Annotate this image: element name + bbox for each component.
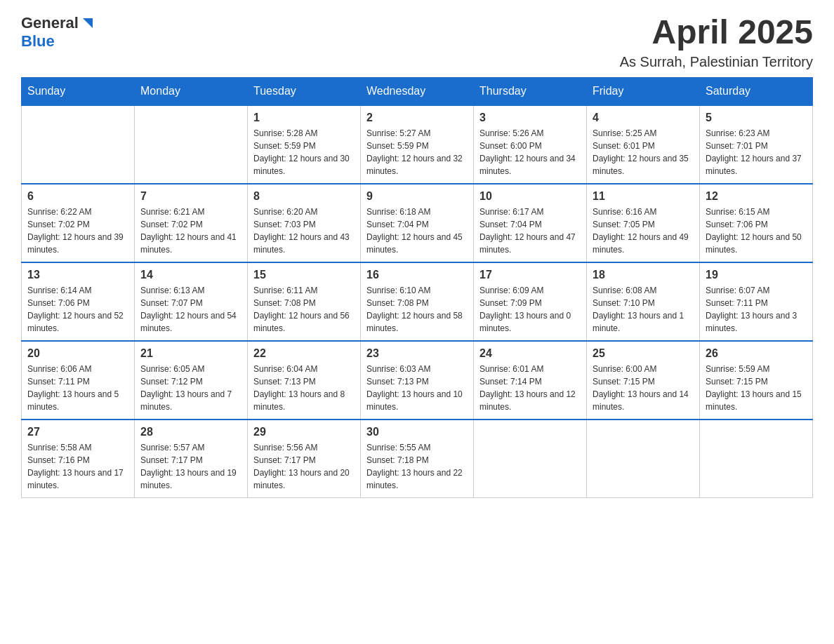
day-info: Sunrise: 6:13 AMSunset: 7:07 PMDaylight:… <box>140 284 241 335</box>
weekday-header-wednesday: Wednesday <box>361 77 474 105</box>
day-number: 27 <box>27 426 128 438</box>
logo-blue-text: Blue <box>21 32 55 51</box>
title-section: April 2025 As Surrah, Palestinian Territ… <box>620 14 813 70</box>
calendar-cell: 7Sunrise: 6:21 AMSunset: 7:02 PMDaylight… <box>135 184 248 262</box>
day-number: 26 <box>706 347 807 360</box>
day-number: 7 <box>140 190 241 203</box>
calendar-table: SundayMondayTuesdayWednesdayThursdayFrid… <box>21 77 813 498</box>
day-info: Sunrise: 6:18 AMSunset: 7:04 PMDaylight:… <box>366 206 468 256</box>
day-info: Sunrise: 5:28 AMSunset: 5:59 PMDaylight:… <box>253 127 355 177</box>
day-info: Sunrise: 6:10 AMSunset: 7:08 PMDaylight:… <box>366 284 468 335</box>
day-info: Sunrise: 6:14 AMSunset: 7:06 PMDaylight:… <box>27 284 128 335</box>
calendar-cell: 19Sunrise: 6:07 AMSunset: 7:11 PMDayligh… <box>700 262 813 341</box>
day-number: 30 <box>366 426 468 438</box>
calendar-week-row: 6Sunrise: 6:22 AMSunset: 7:02 PMDaylight… <box>22 184 813 262</box>
calendar-cell: 9Sunrise: 6:18 AMSunset: 7:04 PMDaylight… <box>361 184 474 262</box>
calendar-cell <box>474 420 587 498</box>
calendar-cell <box>587 420 700 498</box>
logo-general-text: General <box>21 14 79 32</box>
day-number: 28 <box>140 426 241 438</box>
day-info: Sunrise: 6:01 AMSunset: 7:14 PMDaylight:… <box>479 363 581 413</box>
day-number: 13 <box>27 269 128 281</box>
day-number: 1 <box>253 112 355 124</box>
day-number: 3 <box>479 112 581 124</box>
day-number: 10 <box>479 190 581 203</box>
calendar-cell: 3Sunrise: 5:26 AMSunset: 6:00 PMDaylight… <box>474 105 587 184</box>
day-info: Sunrise: 6:06 AMSunset: 7:11 PMDaylight:… <box>27 363 128 413</box>
calendar-cell: 8Sunrise: 6:20 AMSunset: 7:03 PMDaylight… <box>248 184 361 262</box>
calendar-header-row: SundayMondayTuesdayWednesdayThursdayFrid… <box>22 77 813 105</box>
weekday-header-tuesday: Tuesday <box>248 77 361 105</box>
calendar-cell: 25Sunrise: 6:00 AMSunset: 7:15 PMDayligh… <box>587 341 700 420</box>
calendar-cell <box>135 105 248 184</box>
day-info: Sunrise: 6:07 AMSunset: 7:11 PMDaylight:… <box>706 284 807 335</box>
calendar-week-row: 1Sunrise: 5:28 AMSunset: 5:59 PMDaylight… <box>22 105 813 184</box>
calendar-cell: 15Sunrise: 6:11 AMSunset: 7:08 PMDayligh… <box>248 262 361 341</box>
calendar-cell: 18Sunrise: 6:08 AMSunset: 7:10 PMDayligh… <box>587 262 700 341</box>
calendar-cell: 28Sunrise: 5:57 AMSunset: 7:17 PMDayligh… <box>135 420 248 498</box>
calendar-cell: 16Sunrise: 6:10 AMSunset: 7:08 PMDayligh… <box>361 262 474 341</box>
weekday-header-sunday: Sunday <box>22 77 135 105</box>
day-number: 14 <box>140 269 241 281</box>
calendar-week-row: 27Sunrise: 5:58 AMSunset: 7:16 PMDayligh… <box>22 420 813 498</box>
calendar-cell: 17Sunrise: 6:09 AMSunset: 7:09 PMDayligh… <box>474 262 587 341</box>
page-header: General Blue April 2025 As Surrah, Pales… <box>21 14 813 70</box>
day-number: 12 <box>706 190 807 203</box>
calendar-cell <box>700 420 813 498</box>
calendar-cell: 24Sunrise: 6:01 AMSunset: 7:14 PMDayligh… <box>474 341 587 420</box>
day-info: Sunrise: 5:56 AMSunset: 7:17 PMDaylight:… <box>253 441 355 492</box>
day-number: 5 <box>706 112 807 124</box>
month-title: April 2025 <box>620 14 813 51</box>
day-info: Sunrise: 6:08 AMSunset: 7:10 PMDaylight:… <box>593 284 694 335</box>
day-info: Sunrise: 6:05 AMSunset: 7:12 PMDaylight:… <box>140 363 241 413</box>
day-info: Sunrise: 5:55 AMSunset: 7:18 PMDaylight:… <box>366 441 468 492</box>
day-info: Sunrise: 5:25 AMSunset: 6:01 PMDaylight:… <box>593 127 694 177</box>
day-number: 11 <box>593 190 694 203</box>
calendar-cell: 11Sunrise: 6:16 AMSunset: 7:05 PMDayligh… <box>587 184 700 262</box>
day-info: Sunrise: 6:17 AMSunset: 7:04 PMDaylight:… <box>479 206 581 256</box>
day-number: 6 <box>27 190 128 203</box>
calendar-cell: 12Sunrise: 6:15 AMSunset: 7:06 PMDayligh… <box>700 184 813 262</box>
day-info: Sunrise: 6:00 AMSunset: 7:15 PMDaylight:… <box>593 363 694 413</box>
day-info: Sunrise: 6:23 AMSunset: 7:01 PMDaylight:… <box>706 127 807 177</box>
calendar-cell: 2Sunrise: 5:27 AMSunset: 5:59 PMDaylight… <box>361 105 474 184</box>
svg-marker-0 <box>83 18 93 28</box>
calendar-cell: 30Sunrise: 5:55 AMSunset: 7:18 PMDayligh… <box>361 420 474 498</box>
calendar-cell: 20Sunrise: 6:06 AMSunset: 7:11 PMDayligh… <box>22 341 135 420</box>
day-info: Sunrise: 6:04 AMSunset: 7:13 PMDaylight:… <box>253 363 355 413</box>
day-info: Sunrise: 6:16 AMSunset: 7:05 PMDaylight:… <box>593 206 694 256</box>
day-info: Sunrise: 6:09 AMSunset: 7:09 PMDaylight:… <box>479 284 581 335</box>
day-number: 18 <box>593 269 694 281</box>
location-title: As Surrah, Palestinian Territory <box>620 54 813 70</box>
day-info: Sunrise: 5:57 AMSunset: 7:17 PMDaylight:… <box>140 441 241 492</box>
day-number: 19 <box>706 269 807 281</box>
weekday-header-monday: Monday <box>135 77 248 105</box>
day-number: 2 <box>366 112 468 124</box>
day-info: Sunrise: 5:26 AMSunset: 6:00 PMDaylight:… <box>479 127 581 177</box>
day-number: 9 <box>366 190 468 203</box>
weekday-header-thursday: Thursday <box>474 77 587 105</box>
weekday-header-saturday: Saturday <box>700 77 813 105</box>
day-info: Sunrise: 6:03 AMSunset: 7:13 PMDaylight:… <box>366 363 468 413</box>
calendar-cell: 29Sunrise: 5:56 AMSunset: 7:17 PMDayligh… <box>248 420 361 498</box>
calendar-cell: 23Sunrise: 6:03 AMSunset: 7:13 PMDayligh… <box>361 341 474 420</box>
calendar-cell: 27Sunrise: 5:58 AMSunset: 7:16 PMDayligh… <box>22 420 135 498</box>
calendar-week-row: 20Sunrise: 6:06 AMSunset: 7:11 PMDayligh… <box>22 341 813 420</box>
day-number: 22 <box>253 347 355 360</box>
day-number: 23 <box>366 347 468 360</box>
day-number: 17 <box>479 269 581 281</box>
calendar-cell: 10Sunrise: 6:17 AMSunset: 7:04 PMDayligh… <box>474 184 587 262</box>
calendar-cell: 4Sunrise: 5:25 AMSunset: 6:01 PMDaylight… <box>587 105 700 184</box>
calendar-cell: 13Sunrise: 6:14 AMSunset: 7:06 PMDayligh… <box>22 262 135 341</box>
calendar-week-row: 13Sunrise: 6:14 AMSunset: 7:06 PMDayligh… <box>22 262 813 341</box>
calendar-cell: 22Sunrise: 6:04 AMSunset: 7:13 PMDayligh… <box>248 341 361 420</box>
day-info: Sunrise: 6:11 AMSunset: 7:08 PMDaylight:… <box>253 284 355 335</box>
calendar-cell: 26Sunrise: 5:59 AMSunset: 7:15 PMDayligh… <box>700 341 813 420</box>
day-number: 16 <box>366 269 468 281</box>
logo-triangle-icon <box>80 15 95 31</box>
calendar-cell: 6Sunrise: 6:22 AMSunset: 7:02 PMDaylight… <box>22 184 135 262</box>
day-info: Sunrise: 6:22 AMSunset: 7:02 PMDaylight:… <box>27 206 128 256</box>
day-number: 29 <box>253 426 355 438</box>
day-number: 15 <box>253 269 355 281</box>
calendar-cell: 1Sunrise: 5:28 AMSunset: 5:59 PMDaylight… <box>248 105 361 184</box>
